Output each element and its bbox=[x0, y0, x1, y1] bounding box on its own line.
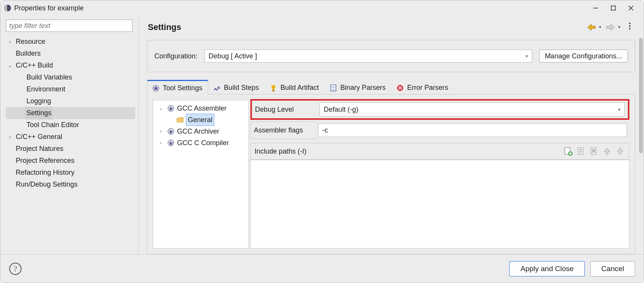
svg-point-13 bbox=[218, 86, 219, 88]
add-include-button[interactable] bbox=[563, 146, 573, 156]
tab-build-steps-label: Build Steps bbox=[224, 84, 259, 92]
nav-back-button[interactable] bbox=[585, 23, 598, 31]
nav-project-references[interactable]: Project References bbox=[6, 155, 135, 167]
svg-point-1 bbox=[7, 5, 10, 11]
svg-rect-2 bbox=[5, 7, 10, 8]
tool-gcc-c-compiler[interactable]: › GCC C Compiler bbox=[155, 137, 247, 149]
folder-icon bbox=[176, 116, 184, 124]
svg-point-9 bbox=[629, 25, 631, 27]
tab-tool-settings-label: Tool Settings bbox=[163, 84, 202, 92]
nav-project-natures[interactable]: Project Natures bbox=[6, 143, 135, 155]
svg-rect-14 bbox=[273, 89, 274, 91]
eclipse-icon bbox=[4, 5, 11, 12]
titlebar: Properties for example bbox=[0, 0, 644, 16]
chevron-right-icon: › bbox=[157, 126, 165, 137]
delete-include-button[interactable] bbox=[589, 146, 599, 156]
nav-cc-general[interactable]: ›C/C++ General bbox=[6, 131, 135, 143]
main-header: Settings ▾ ▾ bbox=[139, 16, 644, 36]
nav-logging[interactable]: Logging bbox=[6, 95, 135, 107]
trophy-icon bbox=[270, 84, 277, 92]
assembler-flags-input[interactable]: -c bbox=[318, 123, 627, 137]
close-button[interactable] bbox=[622, 2, 640, 14]
configuration-label: Configuration: bbox=[154, 52, 197, 60]
assembler-flags-label: Assembler flags bbox=[250, 121, 318, 139]
help-button[interactable]: ? bbox=[9, 262, 22, 275]
settings-tabs: Tool Settings Build Steps Build Artifact… bbox=[147, 80, 635, 94]
svg-point-8 bbox=[629, 23, 631, 24]
include-paths-header: Include paths (-I) bbox=[251, 143, 629, 160]
nav-resource[interactable]: ›Resource bbox=[6, 36, 135, 48]
nav-run-debug-settings[interactable]: Run/Debug Settings bbox=[6, 179, 135, 190]
tool-settings-body: ⌄ GCC Assembler General › GCC Archiver bbox=[147, 94, 635, 254]
tool-icon bbox=[167, 139, 175, 147]
tool-icon bbox=[167, 104, 175, 112]
nav-cc-build[interactable]: ⌄C/C++ Build bbox=[6, 60, 135, 71]
filter-input[interactable] bbox=[6, 20, 132, 32]
chevron-down-icon: ⌄ bbox=[6, 60, 14, 71]
nav-builders[interactable]: Builders bbox=[6, 48, 135, 60]
tab-build-steps[interactable]: Build Steps bbox=[208, 80, 265, 94]
svg-text:101: 101 bbox=[331, 88, 336, 91]
move-down-button[interactable] bbox=[615, 146, 625, 156]
move-up-button[interactable] bbox=[602, 146, 612, 156]
include-paths-group: Include paths (-I) bbox=[250, 143, 629, 248]
error-parsers-icon bbox=[396, 84, 404, 92]
nav-back-menu[interactable]: ▾ bbox=[598, 25, 604, 30]
minimize-button[interactable] bbox=[587, 2, 604, 14]
chevron-down-icon: ⌄ bbox=[157, 103, 165, 114]
nav-forward-button[interactable] bbox=[604, 23, 617, 31]
tab-binary-parsers[interactable]: 010101 Binary Parsers bbox=[324, 80, 391, 94]
debug-level-value: Default (-g) bbox=[324, 106, 358, 114]
nav-refactoring-history[interactable]: Refactoring History bbox=[6, 167, 135, 179]
tool-icon bbox=[167, 127, 175, 135]
tab-error-parsers-label: Error Parsers bbox=[407, 84, 448, 92]
tab-build-artifact-label: Build Artifact bbox=[280, 84, 319, 92]
configuration-select[interactable]: Debug [ Active ] ▾ bbox=[204, 50, 532, 63]
nav-build-variables[interactable]: Build Variables bbox=[6, 71, 135, 83]
assembler-flags-value: -c bbox=[322, 126, 328, 134]
nav-toolchain-editor[interactable]: Tool Chain Editor bbox=[6, 119, 135, 131]
debug-level-row-highlight: Debug Level Default (-g) ▾ bbox=[250, 99, 629, 120]
view-menu-button[interactable] bbox=[624, 22, 634, 32]
svg-point-12 bbox=[215, 88, 216, 89]
tool-settings-icon bbox=[152, 84, 160, 92]
tab-tool-settings[interactable]: Tool Settings bbox=[147, 80, 208, 94]
edit-include-button[interactable] bbox=[576, 146, 586, 156]
tool-tree: ⌄ GCC Assembler General › GCC Archiver bbox=[153, 100, 249, 248]
svg-text:?: ? bbox=[13, 264, 17, 273]
sidebar: ›Resource Builders ⌄C/C++ Build Build Va… bbox=[0, 16, 139, 254]
include-paths-label: Include paths (-I) bbox=[255, 147, 306, 156]
svg-rect-3 bbox=[5, 8, 10, 9]
include-paths-toolbar bbox=[563, 146, 625, 156]
nav-tree: ›Resource Builders ⌄C/C++ Build Build Va… bbox=[6, 36, 135, 190]
chevron-right-icon: › bbox=[6, 131, 14, 143]
maximize-button[interactable] bbox=[604, 2, 622, 14]
tool-gcc-assembler[interactable]: ⌄ GCC Assembler bbox=[155, 103, 247, 114]
scrollbar[interactable] bbox=[639, 38, 643, 153]
page-title: Settings bbox=[148, 22, 181, 32]
configuration-panel: Configuration: Debug [ Active ] ▾ Manage… bbox=[147, 40, 635, 72]
configuration-value: Debug [ Active ] bbox=[209, 52, 257, 60]
nav-settings[interactable]: Settings bbox=[6, 107, 135, 119]
form-area: Debug Level Default (-g) ▾ Assembler fla… bbox=[249, 100, 629, 248]
chevron-right-icon: › bbox=[157, 137, 165, 149]
tool-gcc-archiver[interactable]: › GCC Archiver bbox=[155, 126, 247, 137]
manage-configurations-button[interactable]: Manage Configurations... bbox=[539, 50, 628, 63]
debug-level-select[interactable]: Default (-g) ▾ bbox=[320, 103, 625, 116]
apply-and-close-button[interactable]: Apply and Close bbox=[509, 261, 584, 276]
tab-build-artifact[interactable]: Build Artifact bbox=[265, 80, 324, 94]
svg-rect-15 bbox=[272, 91, 275, 91]
chevron-down-icon: ▾ bbox=[618, 107, 621, 112]
include-paths-list[interactable] bbox=[251, 160, 629, 248]
main: Settings ▾ ▾ Configuration: Debug [ Ac bbox=[139, 16, 644, 254]
nav-environment[interactable]: Environment bbox=[6, 83, 135, 95]
build-steps-icon bbox=[213, 84, 221, 92]
chevron-down-icon: ▾ bbox=[526, 54, 528, 59]
window-root: Properties for example ›Resource Builder… bbox=[0, 0, 644, 283]
tab-error-parsers[interactable]: Error Parsers bbox=[391, 80, 454, 94]
chevron-right-icon: › bbox=[6, 36, 14, 48]
svg-point-10 bbox=[629, 28, 631, 30]
cancel-button[interactable]: Cancel bbox=[590, 261, 635, 276]
nav-forward-menu[interactable]: ▾ bbox=[617, 25, 624, 30]
tool-general[interactable]: General bbox=[155, 114, 247, 126]
